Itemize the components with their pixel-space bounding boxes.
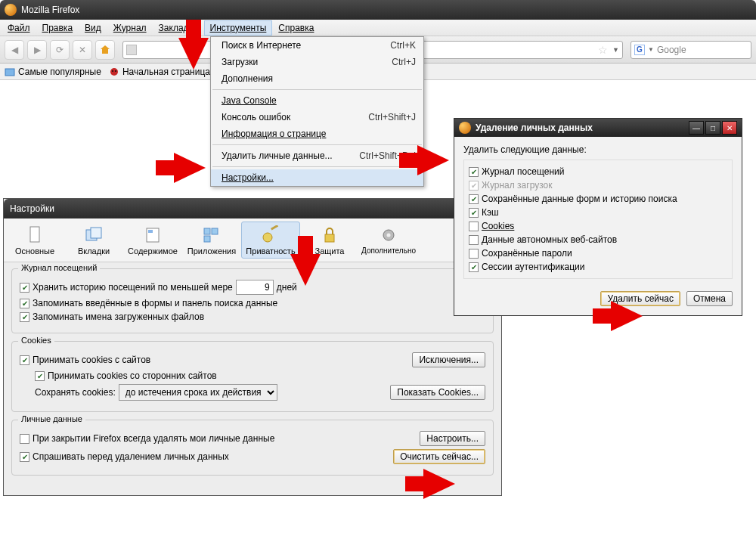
bookmark-star-icon[interactable]: ☆: [598, 44, 608, 56]
menu-label: Информация о странице: [222, 129, 326, 139]
firefox-icon: [5, 4, 17, 16]
accept-third-label: Принимать cookies со сторонних сайтов: [48, 370, 217, 381]
checkbox-passwords[interactable]: [469, 249, 479, 259]
checkbox-download-history: ✔: [469, 181, 479, 191]
svg-rect-9: [204, 228, 210, 234]
cat-content[interactable]: Содержимое: [123, 222, 182, 259]
keep-history-label: Хранить историю посещений по меньшей мер…: [33, 282, 233, 293]
menu-item-addons[interactable]: Дополнения: [211, 70, 423, 87]
cat-tabs[interactable]: Вкладки: [64, 222, 123, 259]
bookmark-popular-label: Самые популярные: [18, 67, 101, 77]
checkbox-auth[interactable]: ✔: [469, 262, 479, 272]
cat-apps[interactable]: Приложения: [182, 222, 241, 259]
menu-tools[interactable]: Инструменты: [204, 20, 273, 36]
checkbox-cookies[interactable]: [469, 222, 479, 231]
dialog-title-text: Удаление личных данных: [476, 122, 593, 133]
menu-separator: [212, 166, 422, 167]
menu-item-downloads[interactable]: Загрузки Ctrl+J: [211, 54, 423, 70]
keep-cookies-label: Сохранять cookies:: [35, 387, 116, 398]
cat-label: Основные: [15, 246, 54, 256]
nav-back-button[interactable]: ◀: [5, 40, 24, 60]
maximize-button[interactable]: □: [705, 121, 720, 135]
cat-label: Приложения: [187, 246, 236, 256]
window-title: Mozilla Firefox: [21, 5, 79, 15]
checkbox-clear-on-exit[interactable]: [20, 434, 29, 444]
svg-rect-8: [148, 230, 153, 233]
menu-history[interactable]: Журнал: [107, 20, 153, 36]
svg-rect-13: [271, 225, 278, 231]
menu-label: Поиск в Интернете: [222, 40, 301, 51]
bookmark-popular[interactable]: Самые популярные: [5, 67, 101, 77]
menu-label: Настройки...: [222, 172, 274, 183]
menu-shortcut: Ctrl+J: [392, 57, 416, 67]
menu-label: Удалить личные данные...: [222, 150, 333, 161]
dialog-body: Удалить следующие данные: ✔Журнал посеще…: [454, 137, 742, 287]
cat-label: Приватность: [246, 246, 295, 256]
opt-auth: Сессии аутентификации: [482, 262, 585, 272]
cancel-button[interactable]: Отмена: [686, 291, 733, 306]
svg-point-2: [112, 70, 113, 72]
menu-view[interactable]: Вид: [79, 20, 107, 36]
menu-item-error-console[interactable]: Консоль ошибок Ctrl+Shift+J: [211, 109, 423, 126]
document-icon: [24, 225, 45, 245]
cat-label: Содержимое: [128, 246, 178, 256]
checkbox-offline[interactable]: [469, 235, 479, 245]
show-cookies-button[interactable]: Показать Cookies...: [390, 385, 485, 400]
menu-item-java-console[interactable]: Java Console: [211, 92, 423, 109]
svg-rect-4: [30, 227, 39, 242]
group-title: Личные данные: [18, 414, 85, 423]
svg-point-16: [387, 234, 391, 237]
menu-item-search-internet[interactable]: Поиск в Интернете Ctrl+K: [211, 37, 423, 54]
menu-label: Дополнения: [222, 73, 273, 84]
checkbox-remember-forms[interactable]: ✔: [20, 299, 29, 308]
privacy-panel: Журнал посещений ✔ Хранить историю посещ…: [4, 262, 501, 495]
nav-reload-button[interactable]: ⟳: [50, 40, 70, 60]
ask-before-label: Спрашивать перед удалением личных данных: [33, 451, 229, 462]
history-days-input[interactable]: [236, 280, 274, 295]
dialog-titlebar: Удаление личных данных — □ ✕: [454, 119, 742, 137]
nav-forward-button[interactable]: ▶: [27, 40, 47, 60]
opt-download-history: Журнал загрузок: [482, 180, 553, 191]
configure-button[interactable]: Настроить...: [420, 431, 485, 446]
menu-item-clear-private[interactable]: Удалить личные данные... Ctrl+Shift+Del: [211, 147, 423, 164]
checkbox-history[interactable]: ✔: [469, 167, 479, 177]
group-title: Cookies: [18, 336, 54, 345]
minimize-button[interactable]: —: [689, 121, 704, 135]
close-button[interactable]: ✕: [722, 121, 737, 135]
ladybug-icon: [109, 67, 119, 77]
clear-now-button[interactable]: Очистить сейчас...: [393, 449, 485, 464]
opt-cache: Кэш: [482, 207, 499, 218]
accept-cookies-label: Принимать cookies с сайтов: [33, 355, 150, 365]
remember-forms-label: Запоминать введённые в формы и панель по…: [33, 298, 277, 308]
exceptions-button[interactable]: Исключения...: [412, 352, 485, 367]
cat-main[interactable]: Основные: [5, 222, 64, 259]
folder-icon: [5, 67, 15, 77]
opt-forms: Сохранённые данные форм и историю поиска: [482, 194, 677, 204]
checkbox-keep-history[interactable]: ✔: [20, 283, 29, 293]
checkbox-ask-before[interactable]: ✔: [20, 452, 29, 462]
menu-item-page-info[interactable]: Информация о странице: [211, 126, 423, 142]
menu-edit[interactable]: Правка: [36, 20, 79, 36]
menu-file[interactable]: Файл: [2, 20, 36, 36]
checkbox-cache[interactable]: ✔: [469, 208, 479, 218]
checkbox-remember-downloads[interactable]: ✔: [20, 312, 29, 322]
nav-stop-button[interactable]: ✕: [73, 40, 92, 60]
opt-history: Журнал посещений: [482, 166, 564, 177]
menu-shortcut: Ctrl+K: [390, 40, 416, 51]
cat-advanced[interactable]: Дополнительно: [359, 222, 418, 259]
cat-label: Дополнительно: [361, 246, 416, 255]
menu-item-settings[interactable]: Настройки...: [211, 169, 423, 186]
cat-privacy[interactable]: Приватность: [241, 222, 300, 259]
keep-cookies-select[interactable]: до истечения срока их действия: [119, 384, 277, 401]
google-icon: G: [634, 45, 645, 55]
checkbox-accept-third[interactable]: ✔: [35, 371, 45, 381]
checkbox-accept-cookies[interactable]: ✔: [20, 355, 29, 365]
cat-label: Вкладки: [78, 246, 110, 256]
menu-separator: [212, 144, 422, 145]
menu-help[interactable]: Справка: [272, 20, 320, 36]
urlbar-dropdown-icon[interactable]: ▼: [612, 46, 619, 54]
nav-home-button[interactable]: [95, 40, 115, 60]
search-box[interactable]: G ▼ Google: [631, 41, 751, 59]
checkbox-forms[interactable]: ✔: [469, 194, 479, 204]
tools-menu-dropdown: Поиск в Интернете Ctrl+K Загрузки Ctrl+J…: [210, 36, 424, 187]
